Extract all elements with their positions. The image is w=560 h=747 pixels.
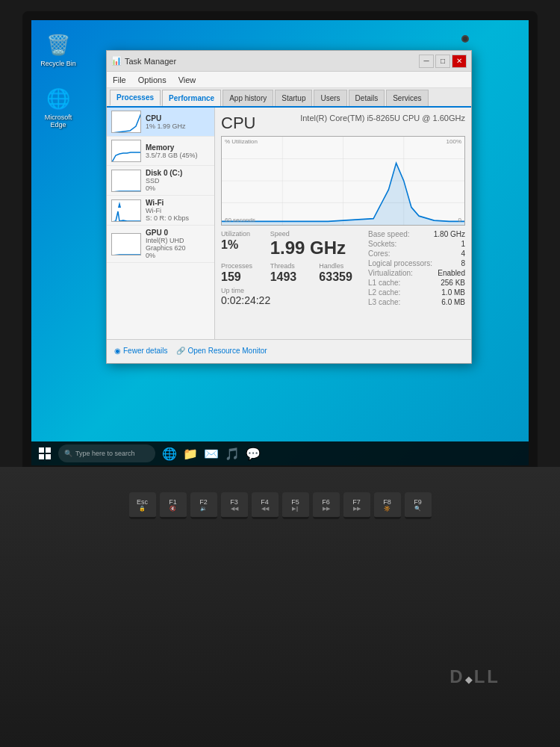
menu-options[interactable]: Options [135,74,169,86]
sidebar-gpu-name: GPU 0 [146,229,210,237]
tm-footer: ◉ Fewer details 🔗 Open Resource Monitor [107,339,471,362]
key-f9[interactable]: F9 🔍 [405,492,432,519]
tm-body: CPU 1% 1.99 GHz [107,108,471,339]
l2-label: L2 cache: [368,288,400,297]
screen-bezel: 🗑️ Recycle Bin 🌐 Microsoft Edge 📊 Task M… [22,11,538,474]
sidebar-memory-sub: 3.5/7.8 GB (45%) [146,152,210,159]
fewer-details-link[interactable]: ◉ Fewer details [114,347,167,355]
taskbar: 🔍 Type here to search 🌐 📁 ✉️ 🎵 💬 [31,441,529,465]
taskbar-edge[interactable]: 🌐 [161,445,178,462]
utilization-stat: Utilization 1% [221,230,264,258]
edge-icon[interactable]: 🌐 Microsoft Edge [37,87,79,128]
close-button[interactable]: ✕ [452,55,467,68]
handles-value: 63359 [319,270,362,284]
resource-monitor-link[interactable]: 🔗 Open Resource Monitor [176,347,267,355]
disk-mini-graph [111,170,141,192]
recycle-bin-icon[interactable]: 🗑️ Recycle Bin [37,34,79,67]
start-button[interactable] [34,443,55,464]
key-f8[interactable]: F8 🔆 [374,492,401,519]
tab-performance[interactable]: Performance [162,90,221,106]
sidebar-wifi[interactable]: Wi-Fi Wi-Fi S: 0 R: 0 Kbps [107,196,214,226]
performance-sidebar: CPU 1% 1.99 GHz [107,108,215,339]
sidebar-cpu[interactable]: CPU 1% 1.99 GHz [107,108,214,137]
taskbar-mail[interactable]: ✉️ [203,445,220,462]
processes-label: Processes [221,262,264,270]
sidebar-disk-name: Disk 0 (C:) [146,169,210,177]
cores-value: 4 [461,249,465,258]
l1-row: L1 cache: 256 KB [368,279,465,287]
key-f2[interactable]: F2 🔉 [190,492,217,519]
key-f7[interactable]: F7 ▶▶ [343,492,370,519]
sidebar-gpu-sub2: 0% [146,252,210,259]
key-f7-sub: ▶▶ [353,506,361,512]
tab-app-history[interactable]: App history [223,90,273,106]
sidebar-cpu-name: CPU [146,114,210,123]
sidebar-gpu[interactable]: GPU 0 Intel(R) UHD Graphics 620 0% [107,226,214,263]
handles-label: Handles [319,262,362,270]
sockets-value: 1 [461,240,465,248]
taskbar-chat[interactable]: 💬 [245,445,261,462]
cores-row: Cores: 4 [368,249,465,258]
tab-startup[interactable]: Startup [275,90,312,106]
recycle-bin-label: Recycle Bin [40,60,76,67]
base-speed-value: 1.80 GHz [434,230,465,238]
l3-label: L3 cache: [368,298,400,306]
sidebar-disk[interactable]: Disk 0 (C:) SSD 0% [107,166,214,196]
sidebar-wifi-name: Wi-Fi [146,199,210,207]
virtualization-row: Virtualization: Enabled [368,269,465,277]
key-f4[interactable]: F4 ◀◀ [252,492,279,519]
logical-value: 8 [461,259,465,267]
cpu-performance-panel: CPU Intel(R) Core(TM) i5-8265U CPU @ 1.6… [215,108,471,339]
dell-logo: D◆LL [449,666,500,687]
speed-label: Speed [270,230,362,238]
taskbar-media[interactable]: 🎵 [224,445,240,462]
tab-services[interactable]: Services [386,90,428,106]
chart-100-label: 100% [447,138,461,145]
threads-label: Threads [270,262,314,270]
svg-rect-7 [39,447,44,453]
logical-label: Logical processors: [368,259,432,267]
tab-details[interactable]: Details [349,90,385,106]
utilization-value: 1% [221,238,264,252]
svg-rect-8 [46,447,51,453]
uptime-value: 0:02:24:22 [221,294,362,306]
window-controls: ─ □ ✕ [419,55,467,68]
key-f9-label: F9 [414,498,422,506]
cpu-stats-area: Utilization 1% Speed 1.99 GHz [221,230,465,308]
tab-users[interactable]: Users [314,90,346,106]
key-f3-sub: ◀◀ [231,506,238,512]
fewer-details-icon: ◉ [114,347,121,355]
key-f6[interactable]: F6 ▶▶ [313,492,340,519]
tab-processes[interactable]: Processes [110,90,161,106]
menu-file[interactable]: File [110,74,129,86]
menubar: File Options View [107,72,471,88]
taskbar-explorer[interactable]: 📁 [182,445,199,462]
minimize-button[interactable]: ─ [419,55,434,68]
resource-monitor-icon: 🔗 [176,347,185,355]
key-f8-sub: 🔆 [384,506,391,512]
l3-value: 6.0 MB [441,298,465,306]
webcam [461,35,469,43]
key-f3[interactable]: F3 ◀◀ [221,492,248,519]
utilization-label: Utilization [221,230,264,238]
key-f7-label: F7 [352,498,361,506]
key-f2-sub: 🔉 [200,506,207,512]
taskbar-search[interactable]: 🔍 Type here to search [58,444,155,462]
resource-monitor-text: Open Resource Monitor [187,347,267,355]
maximize-button[interactable]: □ [435,55,450,68]
key-f5[interactable]: F5 ▶‖ [282,492,309,519]
handles-stat: Handles 63359 [319,262,362,284]
svg-rect-10 [46,454,51,459]
window-title: Task Manager [125,57,176,66]
key-f1[interactable]: F1 🔇 [160,492,187,519]
l1-value: 256 KB [441,279,465,287]
sidebar-memory[interactable]: Memory 3.5/7.8 GB (45%) [107,137,214,166]
key-f1-label: F1 [169,498,177,506]
key-f8-label: F8 [383,498,391,506]
cpu-model-name: Intel(R) Core(TM) i5-8265U CPU @ 1.60GHz [300,114,465,123]
key-esc[interactable]: Esc 🔒 [129,492,156,519]
menu-view[interactable]: View [175,74,199,86]
processes-stat: Processes 159 [221,262,264,284]
uptime-label: Up time [221,287,362,294]
memory-mini-graph [111,140,141,162]
